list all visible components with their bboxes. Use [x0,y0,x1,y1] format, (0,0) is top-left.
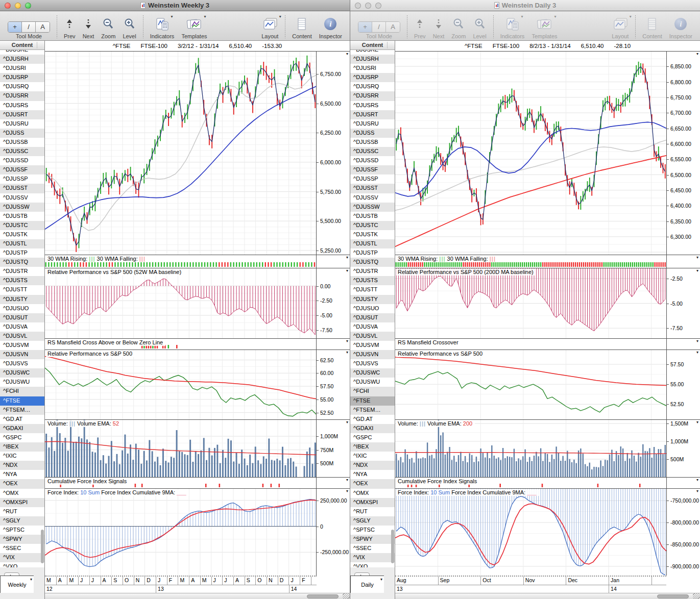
sidebar-item-djusvs[interactable]: ^DJUSVS [0,359,44,368]
sidebar-item-ftsem[interactable]: ^FTSEM… [0,406,44,415]
sidebar-item-vxo[interactable]: ^VXO [0,562,44,567]
sidebar-item-djusvm[interactable]: ^DJUSVM [0,341,44,350]
sidebar-item-djusut[interactable]: ^DJUSUT [0,313,44,322]
panel-disclosure[interactable]: ▾ [346,350,348,355]
sidebar-item-omxspi[interactable]: ^OMXSPI [0,498,44,507]
sidebar-item-djustq[interactable]: ^DJUSTQ [0,258,44,267]
panel-disclosure[interactable]: ▾ [346,268,348,273]
sidebar-item-djusrs[interactable]: ^DJUSRS [350,101,395,110]
sidebar-item-djustb[interactable]: ^DJUSTB [350,212,395,221]
content-button[interactable]: Content [642,13,662,39]
sidebar-item-djussc[interactable]: ^DJUSSC [350,147,395,156]
sidebar-item-djustt[interactable]: ^DJUSTT [0,285,44,294]
sidebar-item-djusru[interactable]: ^DJUSRU [350,119,395,129]
sidebar-item-djustr[interactable]: ^DJUSTR [0,267,44,276]
sidebar-item-djussd[interactable]: ^DJUSSD [350,156,395,165]
periodicity-selector[interactable]: Daily▾ [350,576,384,593]
sidebar-item-djussb[interactable]: ^DJUSSB [350,138,395,147]
sidebar-item-djustp[interactable]: ^DJUSTP [0,248,44,258]
sidebar-item-djusst[interactable]: ^DJUSST [350,184,395,193]
sidebar-item-djusrt[interactable]: ^DJUSRT [350,110,395,119]
panel-disclosure[interactable]: ▾ [696,350,698,355]
sidebar-item-oex[interactable]: ^OEX [350,479,395,488]
sidebar-item-vix[interactable]: ^VIX [350,553,395,562]
resize-grip[interactable] [693,593,700,599]
zoom-in-button[interactable]: Level [123,13,136,39]
tool-text-button[interactable]: A [386,22,400,32]
sidebar-header[interactable]: Content [0,41,44,50]
sidebar-item-djusrq[interactable]: ^DJUSRQ [350,82,395,91]
sidebar-item-djusts[interactable]: ^DJUSTS [0,276,44,285]
horizontal-scrollbar[interactable] [45,593,350,599]
plot-area[interactable] [45,350,317,419]
sidebar-item-djussv[interactable]: ^DJUSSV [350,193,395,203]
prev-button[interactable]: Prev [414,13,426,39]
sidebar-item-djusrp[interactable]: ^DJUSRP [350,73,395,82]
sidebar-item-djusut[interactable]: ^DJUSUT [350,313,395,322]
sidebar-item-vxo[interactable]: ^VXO [350,562,395,567]
sidebar-item-djuswu[interactable]: ^DJUSWU [0,378,44,387]
panel-disclosure[interactable]: ▾ [696,420,698,425]
tool-line-button[interactable]: / [22,22,36,32]
sidebar-item-djusva[interactable]: ^DJUSVA [0,322,44,332]
sidebar-item-sptsc[interactable]: ^SPTSC [0,526,44,535]
inspector-button[interactable]: i Inspector [669,13,692,39]
sidebar-item-gdaxi[interactable]: ^GDAXI [350,424,395,433]
periodicity-selector[interactable]: Weekly▾ [0,576,34,593]
sidebar-item-djusst[interactable]: ^DJUSST [0,184,44,193]
sidebar-item-djuss[interactable]: ^DJUSS [350,129,395,138]
sidebar-item-omx[interactable]: ^OMX [350,489,395,498]
content-button[interactable]: Content [292,13,312,39]
sidebar-scrollbar-thumb[interactable] [391,530,394,563]
indicators-button[interactable]: ▾ Indicators [500,13,525,39]
sidebar-item-djusuo[interactable]: ^DJUSUO [350,304,395,313]
sidebar-item-djussw[interactable]: ^DJUSSW [350,203,395,212]
sidebar-item-djussw[interactable]: ^DJUSSW [0,203,44,212]
sidebar-item-djustk[interactable]: ^DJUSTK [0,230,44,239]
sidebar-item-djuswc[interactable]: ^DJUSWC [350,368,395,378]
sidebar-item-ftse[interactable]: ^FTSE [350,396,395,406]
panel-disclosure[interactable]: ▾ [346,420,348,425]
panel-disclosure[interactable]: ▾ [696,339,698,343]
sidebar-item-sgly[interactable]: ^SGLY [350,516,395,526]
sidebar-item-nya[interactable]: ^NYA [0,470,44,479]
sidebar-item-djusvn[interactable]: ^DJUSVN [0,350,44,359]
sidebar-item-djusrh[interactable]: ^DJUSRH [0,55,44,64]
sidebar-item-djusri[interactable]: ^DJUSRI [0,64,44,73]
plot-area[interactable] [395,268,666,338]
panel-disclosure[interactable]: ▾ [696,255,698,260]
sidebar-item-djusva[interactable]: ^DJUSVA [350,322,395,332]
sidebar-item-omxspi[interactable]: ^OMXSPI [350,498,395,507]
sidebar-item-djustr[interactable]: ^DJUSTR [350,267,395,276]
sidebar-item-gdat[interactable]: ^GD.AT [0,415,44,424]
inspector-button[interactable]: i Inspector [319,13,342,39]
zoom-out-button[interactable]: Zoom [451,13,466,39]
sidebar-item-spwy[interactable]: ^SPWY [350,535,395,544]
panel-disclosure[interactable]: ▾ [696,478,698,482]
panel-disclosure[interactable]: ▾ [346,489,348,493]
sidebar-item-djusts[interactable]: ^DJUSTS [350,276,395,285]
sidebar-item-djusrt[interactable]: ^DJUSRT [0,110,44,119]
sidebar-item-djusvn[interactable]: ^DJUSVN [350,350,395,359]
plot-area[interactable] [45,268,317,338]
sidebar-item-rut[interactable]: ^RUT [350,507,395,516]
sidebar-item-djusre[interactable]: ^DJUSRE [0,50,44,55]
prev-button[interactable]: Prev [64,13,76,39]
sidebar-item-djussc[interactable]: ^DJUSSC [0,147,44,156]
sidebar-item-djusrr[interactable]: ^DJUSRR [0,91,44,101]
sidebar-item-djustb[interactable]: ^DJUSTB [0,212,44,221]
sidebar-item-djusrh[interactable]: ^DJUSRH [350,55,395,64]
sidebar-item-sgly[interactable]: ^SGLY [0,516,44,526]
templates-button[interactable]: ▾ Templates [532,13,557,39]
resize-grip[interactable] [343,593,350,599]
sidebar-item-ixic[interactable]: ^IXIC [350,452,395,461]
sidebar-item-ndx[interactable]: ^NDX [350,461,395,470]
plot-area[interactable] [395,420,666,477]
sidebar-item-djussb[interactable]: ^DJUSSB [0,138,44,147]
sidebar-item-djusru[interactable]: ^DJUSRU [0,119,44,129]
tool-crosshair-button[interactable]: + [358,22,372,32]
sidebar-item-gdaxi[interactable]: ^GDAXI [0,424,44,433]
plot-area[interactable] [45,420,317,477]
horizontal-scrollbar-thumb[interactable] [307,594,339,598]
sidebar-item-djustl[interactable]: ^DJUSTL [350,239,395,248]
